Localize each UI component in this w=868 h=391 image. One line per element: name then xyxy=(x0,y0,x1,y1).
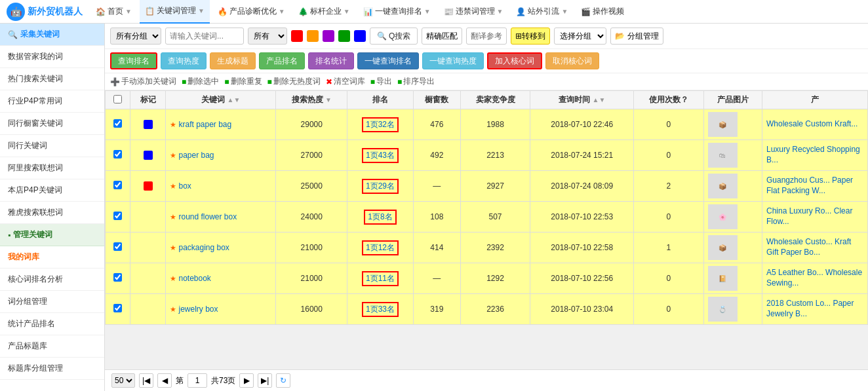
move-button[interactable]: ⊞转移到 xyxy=(511,28,550,45)
tool-add-keyword[interactable]: ➕ 手动添加关键词 xyxy=(110,76,176,87)
sidebar-title-bank[interactable]: 产品标题库 xyxy=(0,335,104,358)
row-check-1[interactable] xyxy=(113,150,122,158)
keyword-link[interactable]: kraft paper bag xyxy=(178,120,231,129)
sidebar-stats-rank[interactable]: 统计产品排名 xyxy=(0,313,104,335)
row-checkbox[interactable] xyxy=(106,294,130,325)
heat-sort-icon[interactable]: ▼ xyxy=(325,96,332,103)
row-checkbox[interactable] xyxy=(106,202,130,233)
sidebar-data-manager[interactable]: 数据管家我的词 xyxy=(0,46,104,68)
keyword-link[interactable]: notebook xyxy=(178,274,210,283)
tool-clear-bank[interactable]: ✖ 清空词库 xyxy=(326,76,365,87)
th-query-time[interactable]: 查询时间 ▲▼ xyxy=(530,91,634,109)
paiming-button[interactable]: 排名统计 xyxy=(308,52,354,69)
color-green[interactable] xyxy=(338,30,350,42)
chanpin-button[interactable]: 产品排名 xyxy=(259,52,305,69)
rank-badge[interactable]: 1页33名 xyxy=(362,302,399,317)
row-rank[interactable]: 1页29名 xyxy=(347,171,414,202)
keyword-sort-icon[interactable]: ▲▼ xyxy=(227,96,241,103)
row-keyword[interactable]: ★ kraft paper bag xyxy=(166,109,276,140)
keyword-link[interactable]: box xyxy=(178,181,191,191)
color-orange[interactable] xyxy=(307,30,319,42)
yijian-button[interactable]: 一键查询排名 xyxy=(357,52,419,69)
last-page-button[interactable]: ▶| xyxy=(258,373,272,388)
row-checkbox[interactable] xyxy=(106,263,130,294)
prev-page-button[interactable]: ◀ xyxy=(157,373,172,388)
category-select[interactable]: 所有 xyxy=(248,28,287,45)
tool-export[interactable]: ■ 导出 xyxy=(370,76,392,87)
nav-query-rank[interactable]: 📊 一键查询排名 ▼ xyxy=(358,0,436,24)
color-purple[interactable] xyxy=(323,30,334,42)
group-select2[interactable]: 选择分组 xyxy=(554,28,606,45)
first-page-button[interactable]: |◀ xyxy=(139,373,153,388)
row-product-title[interactable]: Wholesale Custom Kraft... xyxy=(762,109,868,140)
rank-badge[interactable]: 1页12名 xyxy=(362,240,399,255)
group-select[interactable]: 所有分组 xyxy=(110,28,161,45)
row-check-2[interactable] xyxy=(113,181,122,189)
row-check-3[interactable] xyxy=(113,212,122,220)
th-heat[interactable]: 搜索热度 ▼ xyxy=(276,91,347,109)
tool-delete-selected[interactable]: ■ 删除选中 xyxy=(182,76,219,87)
next-page-button[interactable]: ▶ xyxy=(239,373,254,388)
nav-banned[interactable]: 📰 违禁词管理 ▼ xyxy=(439,0,509,24)
row-check-6[interactable] xyxy=(113,304,122,312)
color-blue[interactable] xyxy=(354,30,366,42)
row-keyword[interactable]: ★ round flower box xyxy=(166,202,276,233)
row-keyword[interactable]: ★ jewelry box xyxy=(166,294,276,325)
rank-badge[interactable]: 1页43名 xyxy=(362,148,399,163)
shengcheng-button[interactable]: 生成标题 xyxy=(210,52,256,69)
row-product-title[interactable]: Luxury Recycled Shopping B... xyxy=(762,140,868,171)
row-check-4[interactable] xyxy=(113,242,122,251)
rank-badge[interactable]: 1页11名 xyxy=(362,271,399,286)
row-checkbox[interactable] xyxy=(106,140,130,171)
sidebar-showcase-keyword[interactable]: 同行橱窗关键词 xyxy=(0,113,104,135)
time-sort-icon[interactable]: ▲▼ xyxy=(592,96,605,103)
sidebar-core-rank[interactable]: 核心词排名分析 xyxy=(0,269,104,291)
keyword-link[interactable]: jewelry box xyxy=(178,305,218,314)
sidebar-word-group[interactable]: 词分组管理 xyxy=(0,291,104,313)
keyword-input[interactable] xyxy=(165,28,244,45)
row-rank[interactable]: 1页32名 xyxy=(347,109,414,140)
sidebar-peer-keyword[interactable]: 同行关键词 xyxy=(0,135,104,157)
keyword-link[interactable]: packaging box xyxy=(178,243,229,252)
sidebar-ali-suggest[interactable]: 阿里搜索联想词 xyxy=(0,157,104,179)
row-keyword[interactable]: ★ notebook xyxy=(166,263,276,294)
quxiao-button[interactable]: 取消核心词 xyxy=(545,52,599,69)
per-page-select[interactable]: 50 xyxy=(111,373,135,388)
row-check-5[interactable] xyxy=(113,273,122,282)
nav-keyword[interactable]: 📋 关键词管理 ▼ xyxy=(140,0,210,24)
page-input[interactable] xyxy=(187,373,207,388)
row-product-title[interactable]: Guangzhou Cus... Paper Flat Packing W... xyxy=(762,171,868,202)
rank-badge[interactable]: 1页29名 xyxy=(362,179,399,194)
yijian-redu-button[interactable]: 一键查询热度 xyxy=(422,52,484,69)
color-red[interactable] xyxy=(291,30,303,42)
nav-benchmark[interactable]: 🌲 标杆企业 ▼ xyxy=(293,0,355,24)
row-rank[interactable]: 1页8名 xyxy=(347,202,414,233)
select-all-checkbox[interactable] xyxy=(113,95,122,103)
sidebar-hot-search[interactable]: 热门搜索关键词 xyxy=(0,68,104,90)
row-product-title[interactable]: China Luxury Ro... Clear Flow... xyxy=(762,202,868,233)
subgroup-button[interactable]: 📂 分组管理 xyxy=(610,28,663,45)
tool-delete-no-heat[interactable]: ■ 删除无热度词 xyxy=(267,76,321,87)
nav-home[interactable]: 🏠 首页 ▼ xyxy=(90,0,137,24)
search-button[interactable]: 🔍 Q搜索 xyxy=(370,28,418,45)
row-rank[interactable]: 1页11名 xyxy=(347,263,414,294)
row-keyword[interactable]: ★ packaging box xyxy=(166,233,276,263)
row-rank[interactable]: 1页12名 xyxy=(347,233,414,263)
sidebar-yahoo-suggest[interactable]: 雅虎搜索联想词 xyxy=(0,202,104,224)
th-checkbox[interactable] xyxy=(106,91,130,109)
sidebar-shop-p4p[interactable]: 本店P4P关键词 xyxy=(0,179,104,202)
row-rank[interactable]: 1页33名 xyxy=(347,294,414,325)
nav-traffic[interactable]: 👤 站外引流 ▼ xyxy=(511,0,573,24)
refresh-button[interactable]: ↻ xyxy=(276,373,290,388)
row-product-title[interactable]: Wholesale Custo... Kraft Gift Paper Bo..… xyxy=(762,233,868,263)
sidebar-p4p-common[interactable]: 行业P4P常用词 xyxy=(0,90,104,113)
row-check-0[interactable] xyxy=(113,119,122,128)
nav-diagnose[interactable]: 🔥 产品诊断优化 ▼ xyxy=(212,0,290,24)
jiaru-button[interactable]: 加入核心词 xyxy=(487,52,542,69)
keyword-link[interactable]: round flower box xyxy=(178,212,237,221)
keyword-link[interactable]: paper bag xyxy=(178,151,214,160)
sidebar-title-group[interactable]: 标题库分组管理 xyxy=(0,358,104,380)
row-product-title[interactable]: A5 Leather Bo... Wholesale Sewing... xyxy=(762,263,868,294)
tool-sort-export[interactable]: ■ 排序导出 xyxy=(397,76,435,87)
translate-button[interactable]: 翻译参考 xyxy=(466,28,507,45)
